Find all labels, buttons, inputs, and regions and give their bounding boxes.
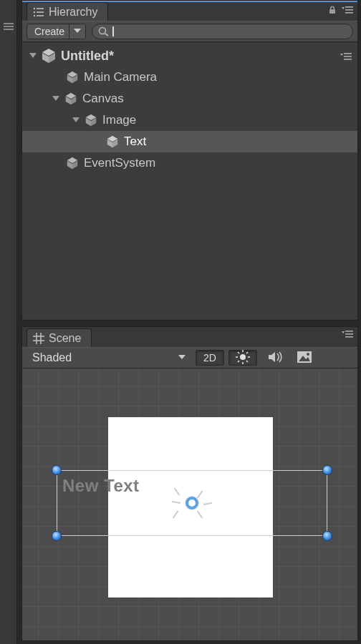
grid-icon (33, 333, 44, 344)
tab-scene-label: Scene (49, 332, 81, 345)
foldout-icon[interactable] (28, 51, 38, 61)
svg-point-2 (34, 11, 35, 12)
tree-item-label: Text (124, 135, 146, 149)
shading-mode-label: Shaded (32, 351, 72, 364)
hierarchy-tab-bar: Hierarchy (22, 1, 357, 21)
scene-name: Untitled* (61, 49, 114, 64)
handle-top-right[interactable] (322, 465, 332, 475)
scene-row[interactable]: Untitled* (22, 45, 357, 67)
svg-rect-17 (344, 53, 352, 54)
hierarchy-tree: Untitled* Main Camera Canvas (22, 42, 357, 320)
sun-icon (236, 350, 250, 366)
chevron-down-icon (178, 355, 186, 361)
svg-line-52 (238, 352, 239, 353)
text-element-preview: New Text (62, 476, 140, 496)
effects-toggle-button[interactable] (294, 350, 314, 366)
tree-item-label: Canvas (82, 92, 124, 106)
svg-line-12 (105, 34, 108, 36)
svg-marker-24 (52, 96, 59, 101)
2d-toggle-button[interactable]: 2D (196, 350, 224, 366)
svg-point-59 (307, 353, 309, 356)
gameobject-icon (65, 156, 80, 170)
panel-menu-icon[interactable] (342, 330, 353, 338)
2d-toggle-label: 2D (203, 352, 216, 364)
svg-marker-56 (269, 352, 275, 362)
svg-marker-10 (74, 29, 81, 33)
svg-rect-3 (37, 11, 44, 13)
svg-rect-19 (344, 59, 352, 60)
tree-item-image[interactable]: Image (22, 109, 357, 131)
panel-menu-icon[interactable] (342, 6, 353, 14)
scene-viewport[interactable]: New Text (22, 369, 357, 640)
svg-rect-7 (345, 9, 353, 11)
svg-rect-1 (37, 8, 44, 9)
svg-rect-43 (345, 333, 353, 335)
svg-marker-28 (72, 117, 80, 122)
handle-top-left[interactable] (52, 465, 62, 475)
svg-marker-20 (340, 54, 343, 56)
svg-rect-8 (345, 12, 353, 14)
foldout-icon[interactable] (71, 115, 81, 125)
tree-item-canvas[interactable]: Canvas (22, 88, 357, 109)
create-button-label: Create (34, 26, 64, 37)
svg-line-53 (246, 361, 248, 362)
svg-rect-6 (345, 6, 353, 8)
svg-point-47 (240, 354, 246, 360)
svg-rect-42 (345, 331, 353, 332)
lighting-toggle-button[interactable] (228, 350, 257, 366)
tree-item-label: EventSystem (84, 156, 155, 170)
tree-item-text[interactable]: Text (22, 131, 357, 152)
gameobject-icon (84, 113, 98, 127)
image-icon (297, 351, 312, 365)
scene-panel: Scene Shaded 2D (21, 326, 358, 641)
audio-toggle-button[interactable] (261, 350, 290, 366)
svg-marker-45 (342, 331, 345, 333)
foldout-icon[interactable] (51, 94, 61, 104)
tree-item-main-camera[interactable]: Main Camera (22, 67, 357, 88)
svg-point-11 (100, 28, 106, 34)
tab-scene[interactable]: Scene (27, 328, 92, 347)
svg-marker-46 (178, 355, 186, 359)
svg-rect-5 (37, 15, 44, 16)
search-icon (98, 26, 110, 36)
search-input[interactable] (92, 24, 353, 39)
menu-icon[interactable] (4, 21, 14, 31)
svg-marker-13 (29, 53, 37, 58)
text-cursor (112, 26, 114, 36)
tab-hierarchy[interactable]: Hierarchy (27, 2, 108, 21)
svg-rect-44 (345, 336, 353, 338)
tree-item-label: Image (102, 113, 136, 127)
gameobject-icon (65, 70, 80, 84)
pivot-gizmo[interactable] (186, 497, 198, 509)
scene-tab-bar: Scene (22, 327, 357, 347)
handle-bottom-right[interactable] (322, 531, 332, 541)
hierarchy-toolbar: Create (22, 21, 357, 42)
svg-rect-18 (344, 56, 352, 57)
tree-item-label: Main Camera (84, 70, 157, 84)
chevron-down-icon (74, 29, 81, 34)
audio-icon (268, 351, 284, 366)
handle-bottom-left[interactable] (52, 531, 62, 541)
list-icon (33, 7, 44, 17)
scene-toolbar: Shaded 2D (22, 347, 357, 369)
gameobject-icon (64, 92, 78, 106)
lock-icon[interactable] (327, 5, 337, 15)
create-button[interactable]: Create (27, 24, 86, 39)
svg-marker-9 (342, 7, 345, 9)
scene-context-menu-icon[interactable] (340, 49, 352, 64)
svg-point-4 (34, 14, 35, 16)
svg-point-0 (34, 7, 35, 9)
svg-line-55 (238, 361, 239, 362)
tree-item-eventsystem[interactable]: EventSystem (22, 152, 357, 174)
gameobject-icon (105, 135, 120, 149)
svg-line-54 (246, 352, 248, 353)
hierarchy-panel: Hierarchy Create (21, 0, 358, 321)
unity-logo-icon (41, 48, 57, 64)
left-dock-strip (0, 0, 17, 644)
tab-hierarchy-label: Hierarchy (49, 6, 97, 19)
shading-mode-dropdown[interactable]: Shaded (27, 350, 191, 366)
